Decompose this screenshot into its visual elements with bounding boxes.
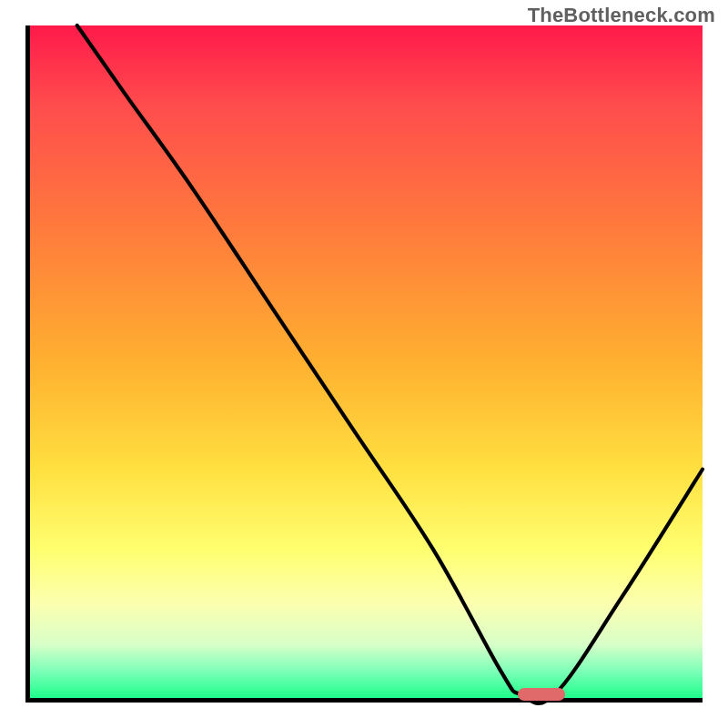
watermark-text: TheBottleneck.com: [528, 4, 715, 27]
chart-container: TheBottleneck.com: [0, 0, 728, 728]
plot-area: [25, 25, 703, 703]
optimal-zone-marker: [518, 688, 565, 701]
bottleneck-curve: [77, 25, 703, 703]
bottleneck-curve-svg: [30, 25, 703, 698]
